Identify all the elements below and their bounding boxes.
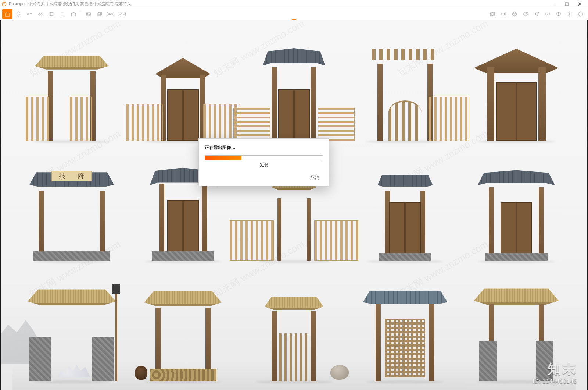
settings-gear-button[interactable] — [564, 9, 575, 19]
gate-model: 茶 府 — [26, 154, 118, 261]
svg-point-5 — [18, 13, 19, 14]
export-image-button[interactable] — [83, 9, 94, 19]
window-maximize-button[interactable] — [560, 0, 573, 8]
window-minimize-button[interactable] — [547, 0, 560, 8]
export-progress-percent: 31% — [205, 163, 323, 168]
gate-model — [137, 274, 229, 381]
svg-point-20 — [580, 15, 581, 15]
vr-headset-button[interactable] — [542, 9, 553, 19]
export-dialog-title: 正在导出图像… — [205, 145, 323, 151]
export-progress-bar — [205, 155, 323, 160]
svg-rect-16 — [545, 13, 550, 15]
main-toolbar: BIM 360 EXE — [0, 8, 588, 20]
svg-rect-13 — [97, 13, 101, 15]
asset-id-label: ID: 1144400145 — [533, 378, 577, 385]
gate-model — [26, 34, 118, 141]
bim-button[interactable]: BIM — [24, 9, 35, 19]
gate-model-grid: 茶 府 — [24, 31, 564, 381]
paper-plane-button[interactable] — [531, 9, 542, 19]
window-title: Enscape - 中式门头 中式院墙 景观门头 篱笆墙 中式庭院门 院落门头 — [9, 1, 131, 7]
toolbar-separator — [129, 10, 129, 18]
export-exe-label: EXE — [118, 12, 126, 16]
svg-rect-14 — [98, 12, 102, 15]
svg-rect-9 — [61, 12, 64, 16]
svg-point-18 — [569, 13, 570, 15]
svg-rect-15 — [501, 13, 505, 15]
gate-model — [470, 154, 562, 261]
asset-library-button[interactable] — [46, 9, 57, 19]
render-viewport[interactable]: 知末网 www.znzmo.com 知末网 www.znzmo.com 知末网 … — [0, 20, 588, 390]
svg-point-7 — [40, 13, 42, 15]
gate-model — [470, 34, 562, 141]
gate-model — [248, 274, 340, 381]
panorama-360-button[interactable]: 360 — [105, 9, 116, 19]
export-progress-fill — [205, 156, 241, 160]
export-exe-button[interactable]: EXE — [116, 9, 127, 19]
building-button[interactable] — [57, 9, 68, 19]
svg-rect-10 — [72, 13, 76, 16]
video-settings-button[interactable] — [498, 9, 509, 19]
gate-model — [248, 34, 340, 141]
export-progress-dialog: 正在导出图像… 31% 取消 — [198, 138, 329, 186]
help-button[interactable] — [576, 9, 586, 19]
location-pin-button[interactable] — [13, 9, 24, 19]
brand-watermark: 知末 ID: 1144400145 — [533, 360, 577, 385]
visual-settings-button[interactable] — [553, 9, 564, 19]
toolbar-separator — [81, 10, 81, 18]
gate-sign-text: 茶 府 — [52, 171, 92, 181]
svg-point-6 — [39, 13, 40, 15]
map-button[interactable] — [487, 9, 498, 19]
bim-label: BIM — [27, 13, 32, 15]
gate-model — [26, 274, 118, 381]
window-titlebar: Enscape - 中式门头 中式院墙 景观门头 篱笆墙 中式庭院门 院落门头 — [0, 0, 588, 8]
export-batch-button[interactable] — [94, 9, 105, 19]
svg-point-17 — [558, 13, 559, 15]
clapperboard-button[interactable] — [68, 9, 79, 19]
gate-model — [137, 34, 229, 141]
binoculars-button[interactable] — [35, 9, 46, 19]
brand-name: 知末 — [533, 360, 577, 378]
gate-model — [359, 154, 451, 261]
cancel-button[interactable]: 取消 — [307, 173, 323, 182]
view-cube-button[interactable] — [509, 9, 520, 19]
gate-model — [359, 274, 451, 381]
svg-rect-2 — [565, 3, 568, 6]
sync-button[interactable] — [520, 9, 531, 19]
svg-point-0 — [2, 2, 6, 6]
window-close-button[interactable] — [573, 0, 587, 8]
panorama-360-label: 360 — [107, 12, 114, 16]
gate-model — [359, 34, 451, 141]
home-button[interactable] — [2, 9, 12, 19]
app-logo-icon — [1, 1, 7, 7]
